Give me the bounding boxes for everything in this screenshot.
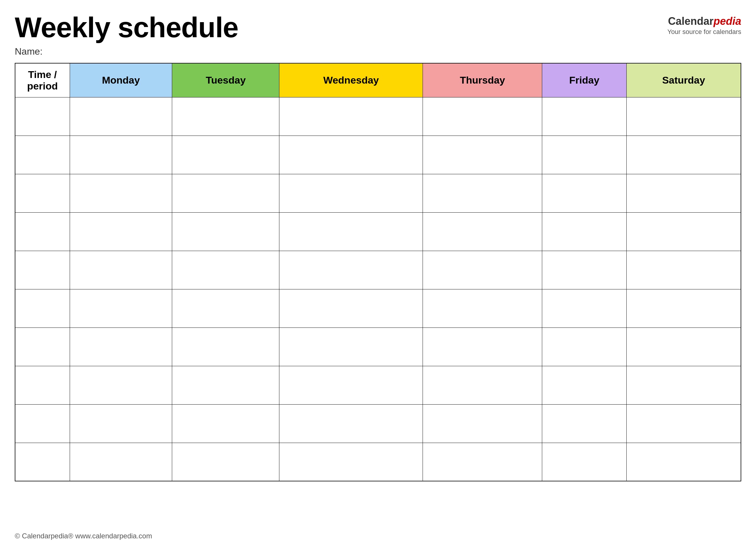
col-header-time: Time / period xyxy=(15,63,70,97)
logo-area: Calendarpedia Your source for calendars xyxy=(667,12,741,36)
logo-calendar-part: Calendar xyxy=(668,15,713,27)
table-cell[interactable] xyxy=(542,174,627,212)
table-cell[interactable] xyxy=(626,366,741,404)
table-cell[interactable] xyxy=(423,174,542,212)
table-cell[interactable] xyxy=(542,328,627,366)
title-area: Weekly schedule Name: xyxy=(15,12,238,57)
table-row xyxy=(15,289,741,328)
table-cell[interactable] xyxy=(172,212,279,251)
name-label: Name: xyxy=(15,46,238,57)
table-cell[interactable] xyxy=(70,212,172,251)
table-cell[interactable] xyxy=(70,366,172,404)
table-row xyxy=(15,174,741,212)
table-cell[interactable] xyxy=(542,404,627,443)
table-cell[interactable] xyxy=(279,174,423,212)
table-cell[interactable] xyxy=(542,443,627,481)
table-cell[interactable] xyxy=(15,366,70,404)
table-cell[interactable] xyxy=(626,404,741,443)
table-row xyxy=(15,366,741,404)
table-cell[interactable] xyxy=(279,212,423,251)
table-cell[interactable] xyxy=(423,212,542,251)
logo-subtitle: Your source for calendars xyxy=(667,28,741,36)
table-cell[interactable] xyxy=(172,328,279,366)
table-cell[interactable] xyxy=(15,174,70,212)
table-cell[interactable] xyxy=(626,97,741,136)
table-cell[interactable] xyxy=(542,212,627,251)
table-cell[interactable] xyxy=(70,97,172,136)
table-cell[interactable] xyxy=(70,174,172,212)
table-cell[interactable] xyxy=(542,366,627,404)
table-cell[interactable] xyxy=(423,443,542,481)
col-header-saturday: Saturday xyxy=(626,63,741,97)
table-cell[interactable] xyxy=(626,328,741,366)
table-cell[interactable] xyxy=(279,289,423,328)
schedule-table: Time / period Monday Tuesday Wednesday T… xyxy=(15,63,741,482)
table-cell[interactable] xyxy=(172,251,279,289)
page-title: Weekly schedule xyxy=(15,12,238,43)
col-header-monday: Monday xyxy=(70,63,172,97)
table-row xyxy=(15,212,741,251)
table-header-row: Time / period Monday Tuesday Wednesday T… xyxy=(15,63,741,97)
table-cell[interactable] xyxy=(626,251,741,289)
col-header-wednesday: Wednesday xyxy=(279,63,423,97)
table-cell[interactable] xyxy=(15,136,70,174)
table-cell[interactable] xyxy=(15,251,70,289)
table-cell[interactable] xyxy=(15,404,70,443)
table-cell[interactable] xyxy=(626,212,741,251)
logo-text: Calendarpedia xyxy=(667,15,741,27)
table-cell[interactable] xyxy=(70,136,172,174)
table-cell[interactable] xyxy=(70,443,172,481)
table-cell[interactable] xyxy=(70,251,172,289)
table-cell[interactable] xyxy=(15,443,70,481)
page-header: Weekly schedule Name: Calendarpedia Your… xyxy=(15,12,741,57)
table-cell[interactable] xyxy=(279,443,423,481)
logo-pedia-part: pedia xyxy=(713,15,741,27)
table-cell[interactable] xyxy=(626,174,741,212)
table-cell[interactable] xyxy=(70,404,172,443)
col-header-thursday: Thursday xyxy=(423,63,542,97)
col-header-tuesday: Tuesday xyxy=(172,63,279,97)
table-cell[interactable] xyxy=(172,136,279,174)
table-cell[interactable] xyxy=(279,404,423,443)
table-cell[interactable] xyxy=(423,328,542,366)
table-cell[interactable] xyxy=(15,212,70,251)
table-cell[interactable] xyxy=(279,366,423,404)
table-row xyxy=(15,404,741,443)
table-cell[interactable] xyxy=(172,443,279,481)
table-row xyxy=(15,251,741,289)
table-cell[interactable] xyxy=(172,289,279,328)
table-cell[interactable] xyxy=(542,289,627,328)
table-cell[interactable] xyxy=(172,404,279,443)
table-cell[interactable] xyxy=(542,97,627,136)
table-row xyxy=(15,328,741,366)
table-cell[interactable] xyxy=(626,289,741,328)
table-cell[interactable] xyxy=(542,251,627,289)
table-cell[interactable] xyxy=(626,136,741,174)
table-cell[interactable] xyxy=(15,97,70,136)
table-row xyxy=(15,97,741,136)
table-cell[interactable] xyxy=(172,97,279,136)
table-cell[interactable] xyxy=(279,328,423,366)
table-cell[interactable] xyxy=(423,251,542,289)
table-cell[interactable] xyxy=(423,366,542,404)
table-cell[interactable] xyxy=(423,136,542,174)
table-cell[interactable] xyxy=(423,97,542,136)
table-cell[interactable] xyxy=(423,289,542,328)
table-cell[interactable] xyxy=(15,289,70,328)
table-cell[interactable] xyxy=(279,251,423,289)
table-cell[interactable] xyxy=(15,328,70,366)
table-row xyxy=(15,136,741,174)
table-cell[interactable] xyxy=(70,289,172,328)
table-row xyxy=(15,443,741,481)
table-cell[interactable] xyxy=(172,366,279,404)
col-header-friday: Friday xyxy=(542,63,627,97)
table-cell[interactable] xyxy=(423,404,542,443)
table-cell[interactable] xyxy=(172,174,279,212)
footer-copyright: © Calendarpedia® www.calendarpedia.com xyxy=(15,532,152,540)
table-cell[interactable] xyxy=(279,97,423,136)
table-cell[interactable] xyxy=(279,136,423,174)
table-cell[interactable] xyxy=(70,328,172,366)
table-cell[interactable] xyxy=(626,443,741,481)
table-cell[interactable] xyxy=(542,136,627,174)
